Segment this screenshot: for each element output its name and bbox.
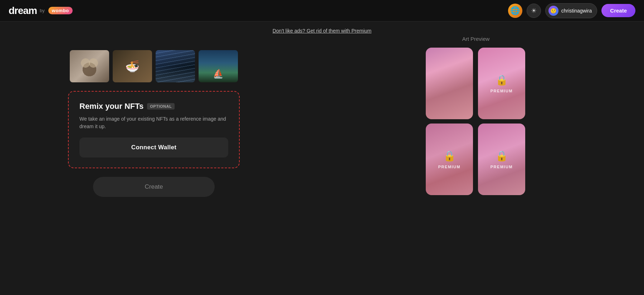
avatar: 🙂 xyxy=(548,6,558,16)
logo-by-text: by xyxy=(40,8,45,13)
header-left: dream by wombo xyxy=(9,5,73,16)
thumbnail-escalator xyxy=(156,50,195,82)
connect-wallet-button[interactable]: Connect Wallet xyxy=(79,137,228,158)
lock-icon-3: 🔒 xyxy=(443,150,456,162)
left-panel: Remix your NFTs OPTIONAL We take an imag… xyxy=(0,21,308,295)
wombo-badge: wombo xyxy=(48,7,73,14)
nft-description: We take an image of your existing NFTs a… xyxy=(79,115,228,130)
nft-remix-box: Remix your NFTs OPTIONAL We take an imag… xyxy=(68,91,240,168)
right-panel: Art Preview 🔒 PREMIUM 🔒 PREMIUM 🔒 PREMIU… xyxy=(308,21,644,295)
sun-icon: ☀ xyxy=(531,7,537,15)
nft-title: Remix your NFTs xyxy=(79,102,143,111)
preview-card-2[interactable]: 🔒 PREMIUM xyxy=(478,48,525,119)
username-label: christinagwira xyxy=(561,8,592,14)
main-content: Don't like ads? Get rid of them with Pre… xyxy=(0,21,644,295)
optional-badge: OPTIONAL xyxy=(147,103,175,110)
thumbnail-boat xyxy=(199,50,238,82)
lock-icon: 🔒 xyxy=(496,74,508,86)
header: dream by wombo 🌐 ☀ 🙂 christinagwira Crea… xyxy=(0,0,644,21)
nft-title-row: Remix your NFTs OPTIONAL xyxy=(79,102,228,111)
globe-button[interactable]: 🌐 xyxy=(508,4,522,18)
premium-label-4: PREMIUM xyxy=(491,165,513,169)
thumbnail-owl xyxy=(70,50,109,82)
premium-label-3: PREMIUM xyxy=(438,165,460,169)
premium-label-2: PREMIUM xyxy=(491,89,513,93)
lock-icon-4: 🔒 xyxy=(496,150,508,162)
preview-card-4[interactable]: 🔒 PREMIUM xyxy=(478,124,525,195)
create-header-button[interactable]: Create xyxy=(601,4,635,17)
preview-card-1[interactable] xyxy=(426,48,473,119)
image-row xyxy=(70,50,238,82)
preview-grid: 🔒 PREMIUM 🔒 PREMIUM 🔒 PREMIUM xyxy=(426,48,526,195)
header-right: 🌐 ☀ 🙂 christinagwira Create xyxy=(508,3,635,18)
art-preview-label: Art Preview xyxy=(462,36,490,42)
logo-dream: dream xyxy=(9,5,37,16)
create-main-button[interactable]: Create xyxy=(93,177,215,197)
ad-banner-link[interactable]: Don't like ads? Get rid of them with Pre… xyxy=(273,28,372,34)
user-profile-button[interactable]: 🙂 christinagwira xyxy=(545,3,597,18)
theme-toggle-button[interactable]: ☀ xyxy=(527,4,541,18)
preview-card-3[interactable]: 🔒 PREMIUM xyxy=(426,124,473,195)
thumbnail-food xyxy=(113,50,152,82)
